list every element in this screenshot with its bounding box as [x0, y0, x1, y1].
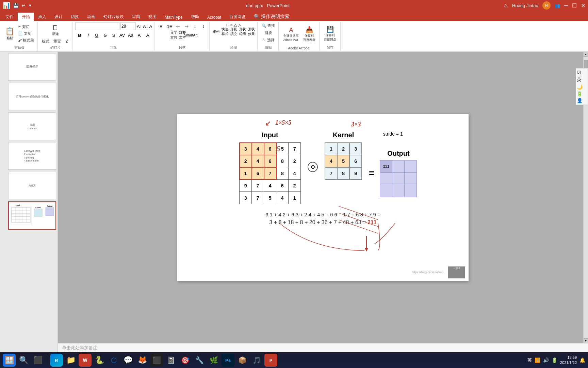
smartart-btn[interactable]: SmartArt — [187, 31, 195, 39]
notes-placeholder[interactable]: 单击此处添加备注 — [62, 345, 97, 351]
char-spacing-btn[interactable]: AV — [118, 31, 126, 39]
tray-lang[interactable]: 英 — [527, 357, 532, 363]
tab-design[interactable]: 设计 — [50, 13, 67, 21]
ps-taskbar-icon[interactable]: Ps — [222, 354, 234, 367]
jupyter-taskbar-icon[interactable]: 📓 — [164, 354, 177, 367]
ppt-taskbar-icon[interactable]: P — [264, 354, 277, 367]
start-button[interactable]: 🪟 — [3, 354, 16, 367]
arrange-btn[interactable]: 排列 — [212, 28, 220, 35]
quick-access-undo[interactable]: ↩ — [21, 3, 26, 8]
devtools-taskbar-icon[interactable]: 🔧 — [193, 354, 206, 367]
battery-icon[interactable]: 🔋 — [577, 91, 587, 96]
font-case-btn[interactable]: Aa — [127, 31, 134, 39]
slide-panel[interactable]: 1 深度学习 2 学习torch中函数的迭代变化 3 目录contents — [0, 52, 58, 352]
slide-thumb-4[interactable]: 1.conv2d_input 2.activation 3.pooling 4.… — [8, 142, 56, 170]
vscode-taskbar-icon[interactable]: ⬡ — [107, 354, 120, 367]
tab-transitions[interactable]: 切换 — [67, 13, 83, 21]
section-btn[interactable]: 节 — [64, 38, 70, 45]
bullets-btn[interactable]: ≡ — [157, 22, 165, 30]
tab-baidu[interactable]: 百度网盘 — [225, 13, 250, 21]
firefox-taskbar-icon[interactable]: 🦊 — [136, 354, 149, 367]
slide-thumb-2[interactable]: 学习torch中函数的迭代变化 — [8, 83, 56, 110]
find-btn[interactable]: 🔍 查找 — [260, 22, 276, 29]
close-btn[interactable]: ✕ — [581, 2, 585, 9]
tab-acrobat[interactable]: Acrobat — [203, 14, 225, 21]
search-taskbar-btn[interactable]: 🔍 — [17, 354, 30, 367]
replace-btn[interactable]: 替换 — [263, 30, 274, 36]
font-size-decrease-btn[interactable]: A↓ — [143, 24, 148, 29]
task-view-btn[interactable]: ⬛ — [31, 354, 44, 367]
tray-notification[interactable]: 🔔 — [579, 357, 585, 363]
layout-btn[interactable]: 版式 — [40, 38, 51, 45]
tab-home[interactable]: 开始 — [18, 13, 34, 21]
bold-btn[interactable]: B — [76, 31, 83, 39]
wps-taskbar-icon[interactable]: W — [79, 354, 92, 367]
minimize-btn[interactable]: ─ — [564, 2, 568, 9]
moon-icon[interactable]: 🌙 — [577, 84, 587, 90]
tab-review[interactable]: 审阅 — [128, 13, 144, 21]
wechat-taskbar-icon[interactable]: 💬 — [121, 354, 134, 367]
increase-indent-btn[interactable]: ⇒ — [183, 22, 190, 30]
share-icon[interactable]: 👥 — [555, 3, 560, 8]
quick-access-save[interactable]: 💾 — [13, 3, 19, 8]
slide-thumb-5[interactable]: 内容页 — [8, 172, 56, 199]
tab-mathtype[interactable]: MathType — [161, 14, 187, 21]
tab-file[interactable]: 文件 — [1, 13, 18, 21]
italic-btn[interactable]: I — [84, 31, 92, 39]
rider-taskbar-icon[interactable]: 🎯 — [179, 354, 192, 367]
decrease-indent-btn[interactable]: ⇐ — [174, 22, 182, 30]
checkbox-icon[interactable]: ☑ — [577, 70, 587, 75]
font-size-input[interactable] — [120, 22, 136, 30]
highlight-btn[interactable]: A — [144, 31, 151, 39]
slide-thumb-3[interactable]: 目录contents — [8, 112, 56, 140]
line-spacing-btn[interactable]: ↕ — [191, 22, 199, 30]
pkg-taskbar-icon[interactable]: 📦 — [236, 354, 249, 367]
slide-thumb-1[interactable]: 深度学习 — [8, 53, 56, 81]
scroll-down-btn[interactable]: ▼ — [584, 338, 588, 343]
tray-battery[interactable]: 🔋 — [552, 357, 557, 363]
new-slide-btn[interactable]: 🗒 新建 — [50, 23, 61, 37]
create-share-pdf-btn[interactable]: A 创建并共享Adobe PDF — [281, 26, 301, 43]
quick-access-more[interactable]: ▼ — [28, 3, 32, 7]
tray-speaker[interactable]: 🔊 — [543, 357, 549, 363]
tab-search[interactable]: 🔍 操作说明搜索 — [250, 12, 294, 21]
shape-fill-btn[interactable]: 形状填充 — [230, 28, 238, 35]
slide-thumb-6[interactable]: Input Kernel Output — [8, 201, 56, 230]
shape-outline-btn[interactable]: 形状轮廓 — [239, 28, 246, 35]
strikethrough-btn[interactable]: S — [101, 31, 109, 39]
shapes-btn[interactable]: □ ○ △ ▷ — [227, 22, 241, 27]
columns-btn[interactable]: ⁞ — [200, 22, 207, 30]
python-taskbar-icon[interactable]: 🐍 — [93, 354, 106, 367]
music-taskbar-icon[interactable]: 🎵 — [250, 354, 263, 367]
scroll-up-btn[interactable]: ▲ — [584, 52, 588, 57]
shape-effect-btn[interactable]: 形状效果 — [248, 28, 255, 35]
shadow-btn[interactable]: S — [110, 31, 117, 39]
numbering-btn[interactable]: 1≡ — [166, 22, 173, 30]
font-color-btn[interactable]: A — [135, 31, 143, 39]
cut-btn[interactable]: ✂ 剪切 — [17, 24, 35, 30]
tray-wifi[interactable]: 📶 — [535, 357, 540, 363]
lang-icon[interactable]: 英 — [577, 77, 587, 83]
folder-taskbar-icon[interactable]: 📁 — [64, 354, 77, 367]
clear-format-btn[interactable]: A — [149, 24, 152, 29]
user-icon-tray[interactable]: 👤 — [577, 98, 587, 103]
edge-taskbar-icon[interactable]: e — [50, 354, 63, 367]
underline-btn[interactable]: U — [93, 31, 100, 39]
format-painter-btn[interactable]: 🖌 格式刷 — [17, 37, 35, 44]
git-taskbar-icon[interactable]: 🌿 — [207, 354, 220, 367]
notes-bar[interactable]: 单击此处添加备注 — [58, 343, 588, 352]
copy-btn[interactable]: 📄 复制 — [17, 30, 35, 37]
tab-help[interactable]: 帮助 — [187, 13, 203, 21]
save-to-baidu-btn[interactable]: 💾 保存到百度网盘 — [322, 25, 338, 43]
reset-btn[interactable]: 重置 — [52, 38, 62, 45]
font-family-input[interactable] — [75, 22, 119, 30]
tab-view[interactable]: 视图 — [144, 13, 161, 21]
quick-styles-btn[interactable]: 快速样式 — [221, 28, 229, 35]
tab-slideshow[interactable]: 幻灯片放映 — [99, 13, 128, 21]
save-pdf-btn[interactable]: 📥 保存到百度网盘 — [301, 25, 317, 43]
tab-animations[interactable]: 动画 — [83, 13, 99, 21]
terminal-taskbar-icon[interactable]: ⬛ — [150, 354, 163, 367]
text-dir-btn[interactable]: 文字方向 — [170, 31, 178, 39]
tab-insert[interactable]: 插入 — [34, 13, 50, 21]
paste-btn[interactable]: 📋 粘贴 — [3, 26, 16, 42]
